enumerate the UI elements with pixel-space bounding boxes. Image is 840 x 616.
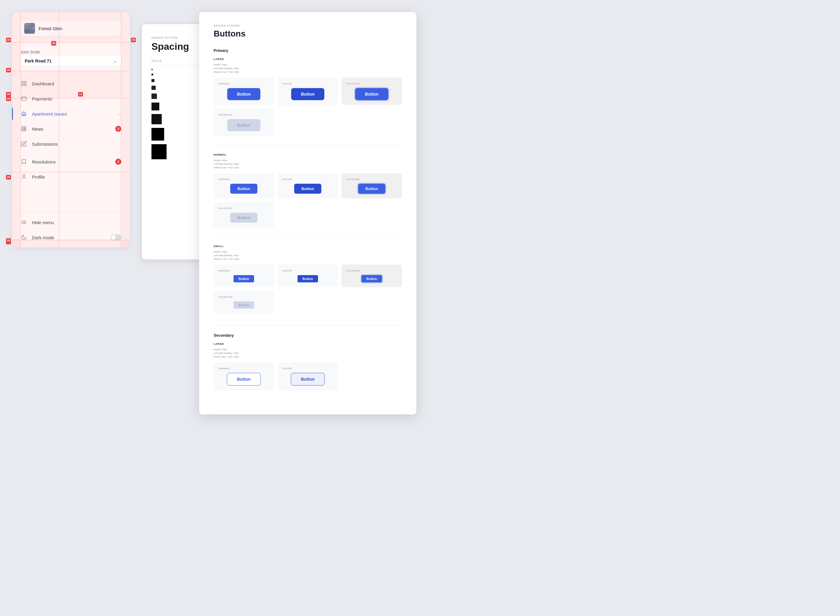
swatch-2	[151, 69, 153, 70]
btn-small-focused-cell: FOCUSED Button	[342, 265, 402, 287]
btn-normal-states: NORMAL Button HOVER Button FOCUSED Butto…	[214, 173, 402, 227]
primary-small-hover-btn[interactable]: Button	[298, 275, 318, 282]
nav-spacer	[12, 188, 130, 212]
sidebar-panel: 28 28 28 28 28 12 28 28 28 28	[12, 12, 130, 247]
svg-rect-3	[25, 84, 26, 86]
primary-small-disabled-btn: Button	[233, 301, 254, 309]
sidebar-item-news[interactable]: News 3	[12, 121, 130, 136]
bottom-section: Hide menu Dark mode	[12, 212, 130, 247]
hover-label: HOVER	[282, 82, 333, 85]
btn-normal-desc: Height: 40px Left-right padding: 34px Ra…	[214, 159, 402, 170]
sidebar-header: Forest Glen	[12, 12, 130, 45]
disabled-label: DISABLED	[219, 296, 269, 298]
swatch-32	[151, 114, 162, 124]
primary-normal-hover-btn[interactable]: Button	[294, 184, 321, 194]
btn-large-section: LARGE Height: 44px Left-right padding: 4…	[214, 58, 402, 136]
primary-category: Primary LARGE Height: 44px Left-right pa…	[214, 48, 402, 314]
divider	[214, 237, 402, 238]
btn-hover-cell: HOVER Button	[278, 78, 338, 105]
news-badge: 3	[115, 126, 121, 132]
normal-label: NORMAL	[219, 269, 269, 272]
secondary-large-hover-btn[interactable]: Button	[291, 373, 325, 386]
buttons-title: Buttons	[214, 29, 402, 39]
sidebar-item-dashboard[interactable]: Dashboard	[12, 76, 130, 91]
primary-normal-disabled-btn: Button	[230, 213, 257, 223]
dark-mode-toggle[interactable]	[110, 235, 121, 241]
primary-small-focused-btn[interactable]: Button	[361, 275, 382, 282]
moon-icon	[21, 234, 27, 241]
normal-label: NORMAL	[219, 82, 269, 85]
focused-label: FOCUSED	[347, 269, 397, 272]
person-icon	[21, 173, 27, 180]
disabled-label: DISABLED	[219, 113, 269, 116]
card-icon	[21, 95, 27, 102]
sidebar-item-label: Apartment issues	[32, 111, 113, 116]
normal-label: NORMAL	[219, 178, 269, 181]
spacing-marker-top-left: 28	[6, 38, 11, 42]
svg-rect-0	[22, 81, 23, 83]
dark-mode-label: Dark mode	[32, 235, 106, 240]
bookmark-icon	[21, 158, 27, 165]
swatch-40	[151, 128, 164, 141]
btn-disabled-cell: DISABLED Button	[214, 109, 274, 136]
hide-menu-label: Hide menu	[32, 220, 121, 225]
sidebar-item-label: News	[32, 126, 110, 132]
spacing-marker-28-5: 28	[6, 175, 11, 179]
hide-menu-item[interactable]: Hide menu	[12, 215, 130, 230]
sidebar-item-label: Resolutions	[32, 159, 110, 164]
sidebar-item-label: Payments	[32, 96, 121, 101]
property-row[interactable]: Forest Glen	[21, 21, 121, 36]
hover-label: HOVER	[282, 269, 333, 272]
btn-normal-label: NORMAL	[214, 153, 402, 156]
home-icon	[21, 110, 27, 117]
grid-icon	[21, 80, 27, 87]
sidebar-item-payments[interactable]: Payments	[12, 91, 130, 106]
btn-hover-cell: HOVER Button	[278, 173, 338, 198]
btn-large-desc: Height: 44px Left-right padding: 42px Ra…	[214, 63, 402, 74]
sidebar-item-submissions[interactable]: Submissions	[12, 136, 130, 151]
spacing-marker-28-1: 28	[51, 41, 56, 45]
btn-secondary-hover-cell: HOVER Button	[278, 362, 338, 390]
primary-large-hover-btn[interactable]: Button	[291, 88, 324, 100]
swatch-12	[151, 86, 156, 90]
sidebar-item-apartment-issues[interactable]: Apartment issues ⌄	[12, 106, 130, 121]
address-row[interactable]: Park Road 71 ⌄	[21, 56, 121, 66]
svg-rect-2	[22, 84, 23, 86]
divider	[214, 326, 402, 326]
user-section: John Smith Park Road 71 ⌄	[12, 45, 130, 72]
sidebar-item-label: Profile	[32, 175, 121, 179]
hover-label: HOVER	[282, 367, 333, 370]
dark-mode-item[interactable]: Dark mode	[12, 230, 130, 245]
btn-secondary-large-desc: Height: 44px Left-right padding: 42px Ra…	[214, 348, 402, 359]
svg-point-11	[23, 175, 25, 177]
sidebar-item-profile[interactable]: Profile	[12, 169, 130, 184]
primary-small-normal-btn[interactable]: Button	[233, 275, 254, 282]
btn-secondary-large-section: LARGE Height: 44px Left-right padding: 4…	[214, 342, 402, 390]
normal-label: NORMAL	[219, 367, 269, 370]
primary-normal-normal-btn[interactable]: Button	[230, 184, 257, 194]
btn-small-desc: Height: 32px Left-right padding: 16px Ra…	[214, 250, 402, 261]
primary-large-disabled-btn: Button	[227, 119, 260, 131]
sidebar-card: Forest Glen John Smith Park Road 71 ⌄	[12, 12, 130, 247]
sidebar-item-resolutions[interactable]: Resolutions 2	[12, 154, 130, 169]
spacing-marker-12: 12	[78, 92, 83, 97]
chevron-right-icon: ⌄	[118, 111, 121, 116]
primary-large-focused-btn[interactable]: Button	[355, 88, 388, 100]
svg-rect-1	[25, 81, 26, 83]
primary-normal-focused-btn[interactable]: Button	[358, 184, 385, 194]
property-image	[24, 23, 35, 34]
btn-large-label: LARGE	[214, 58, 402, 61]
disabled-label: DISABLED	[219, 207, 269, 210]
btn-secondary-large-label: LARGE	[214, 342, 402, 345]
focused-label: FOCUSED	[347, 178, 397, 181]
buttons-panel: DESIGN SYSTEM Buttons Primary LARGE Heig…	[199, 12, 416, 415]
sidebar-item-label: Dashboard	[32, 81, 121, 86]
btn-small-label: SMALL	[214, 245, 402, 248]
primary-large-normal-btn[interactable]: Button	[227, 88, 260, 100]
secondary-large-normal-btn[interactable]: Button	[227, 373, 260, 386]
btn-secondary-normal-cell: NORMAL Button	[214, 362, 274, 390]
hover-label: HOVER	[282, 178, 333, 181]
btn-secondary-large-states: NORMAL Button HOVER Button	[214, 362, 402, 390]
swatch-16	[151, 94, 157, 99]
spacing-marker-28-2: 28	[6, 68, 11, 72]
